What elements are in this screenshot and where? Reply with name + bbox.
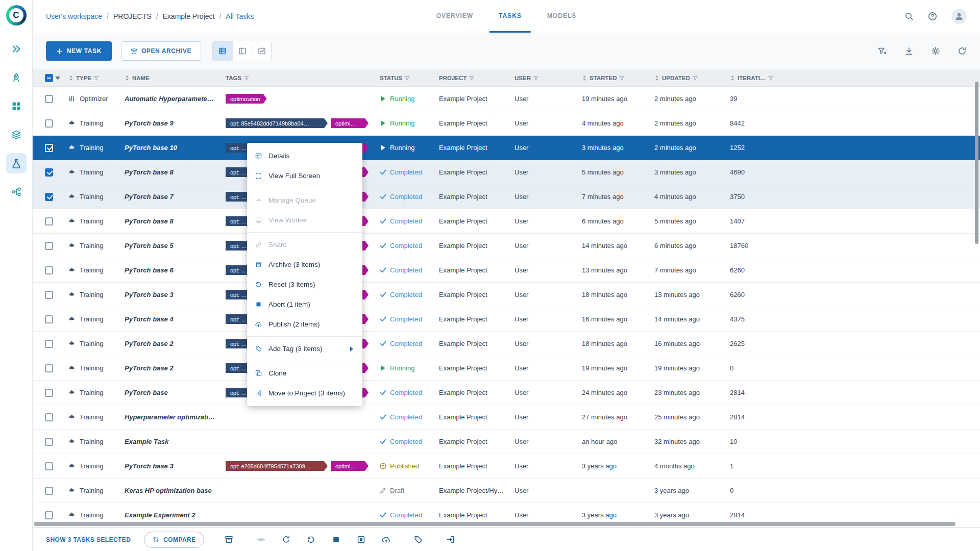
open-archive-button[interactable]: OPEN ARCHIVE bbox=[121, 41, 201, 61]
task-row[interactable]: TrainingExample TaskCompletedExample Pro… bbox=[33, 430, 980, 454]
settings-icon[interactable] bbox=[931, 46, 940, 56]
task-tag[interactable]: optimization bbox=[226, 94, 267, 104]
task-tag[interactable]: optimi… bbox=[331, 118, 369, 128]
row-checkbox[interactable] bbox=[45, 438, 53, 446]
row-checkbox[interactable] bbox=[45, 462, 53, 470]
compare-button[interactable]: COMPARE bbox=[144, 532, 204, 548]
tab-overview[interactable]: OVERVIEW bbox=[427, 0, 482, 33]
task-row[interactable]: TrainingHyperparameter optimizati…Comple… bbox=[33, 405, 980, 430]
column-header-project[interactable]: PROJECT bbox=[439, 75, 514, 81]
row-checkbox[interactable] bbox=[45, 193, 53, 201]
menu-item-publish-2-items[interactable]: Publish (2 items) bbox=[247, 314, 362, 334]
column-header-updated[interactable]: UPDATED bbox=[654, 75, 730, 81]
task-row[interactable]: TrainingPyTorch base 3opt: e205d684f7954… bbox=[33, 454, 980, 479]
row-checkbox[interactable] bbox=[45, 168, 53, 177]
abort-all-children-icon[interactable] bbox=[357, 535, 365, 544]
chart-view-button[interactable] bbox=[252, 41, 271, 61]
row-checkbox[interactable] bbox=[45, 511, 53, 519]
task-name[interactable]: Keras HP optimization base bbox=[125, 487, 212, 494]
row-checkbox[interactable] bbox=[45, 217, 53, 226]
task-name[interactable]: PyTorch base 10 bbox=[125, 144, 177, 152]
select-all-checkbox[interactable] bbox=[45, 74, 53, 82]
tab-tasks[interactable]: TASKS bbox=[489, 0, 531, 33]
task-row[interactable]: TrainingPyTorch base 2opt: …optimi…Compl… bbox=[33, 332, 980, 356]
task-tag[interactable]: opt: 85e5482ddd7149b8ba04… bbox=[226, 118, 328, 128]
task-row[interactable]: TrainingPyTorch base 2opt: …optimi…Runni… bbox=[33, 356, 980, 381]
column-header-name[interactable]: NAME bbox=[125, 75, 226, 81]
row-checkbox[interactable] bbox=[45, 291, 53, 299]
download-icon[interactable] bbox=[904, 46, 914, 56]
task-name[interactable]: PyTorch base 7 bbox=[125, 193, 174, 201]
row-checkbox[interactable] bbox=[45, 315, 53, 323]
sidebar-item-experiments[interactable] bbox=[6, 153, 27, 173]
menu-item-move-to-project-3-items[interactable]: Move to Project (3 items) bbox=[247, 383, 362, 403]
row-checkbox[interactable] bbox=[45, 389, 53, 397]
avatar[interactable] bbox=[951, 9, 967, 24]
show-selected-button[interactable]: SHOW 3 TASKS SELECTED bbox=[46, 536, 131, 543]
row-checkbox[interactable] bbox=[45, 364, 53, 372]
task-row[interactable]: TrainingPyTorch base 10opt: …optimi…Runn… bbox=[33, 136, 980, 160]
task-row[interactable]: TrainingPyTorch base 4opt: …optimi…Compl… bbox=[33, 307, 980, 332]
column-header-status[interactable]: STATUS bbox=[380, 75, 439, 81]
task-row[interactable]: OptimizerAutomatic Hyperparamete…optimiz… bbox=[33, 87, 980, 111]
task-row[interactable]: TrainingPyTorch base 5opt: …optimi…Compl… bbox=[33, 234, 980, 258]
menu-item-add-tag-3-items[interactable]: Add Tag (3 items) bbox=[247, 339, 362, 359]
column-header-iterati[interactable]: ITERATI… bbox=[730, 75, 980, 81]
abort-icon[interactable] bbox=[332, 535, 340, 544]
task-name[interactable]: PyTorch base 3 bbox=[125, 291, 174, 298]
menu-item-details[interactable]: Details bbox=[247, 146, 362, 166]
horizontal-scrollbar[interactable] bbox=[34, 522, 955, 526]
help-icon[interactable] bbox=[928, 12, 937, 21]
breadcrumb-item-all-tasks[interactable]: All Tasks bbox=[226, 12, 254, 20]
task-row[interactable]: TrainingPyTorch base 6opt: …optimi…Compl… bbox=[33, 258, 980, 283]
task-name[interactable]: PyTorch base 2 bbox=[125, 364, 174, 372]
archive-icon[interactable] bbox=[225, 535, 233, 544]
move-to-project-icon[interactable] bbox=[446, 535, 455, 544]
menu-item-abort-1-item[interactable]: Abort (1 item) bbox=[247, 294, 362, 314]
menu-item-view-full-screen[interactable]: View Full Screen bbox=[247, 166, 362, 186]
task-row[interactable]: TrainingPyTorch base 9opt: 85e5482ddd714… bbox=[33, 111, 980, 136]
row-checkbox[interactable] bbox=[45, 95, 53, 103]
task-row[interactable]: TrainingKeras HP optimization baseDraftE… bbox=[33, 479, 980, 503]
retry-icon[interactable] bbox=[282, 535, 290, 544]
menu-item-reset-3-items[interactable]: Reset (3 items) bbox=[247, 274, 362, 294]
selection-menu-caret-icon[interactable] bbox=[55, 76, 60, 81]
task-name[interactable]: Automatic Hyperparamete… bbox=[125, 95, 214, 103]
vertical-scrollbar[interactable] bbox=[975, 82, 978, 244]
task-tag[interactable]: optimi… bbox=[331, 461, 369, 471]
reset-icon[interactable] bbox=[307, 535, 315, 544]
menu-item-archive-3-items[interactable]: Archive (3 items) bbox=[247, 255, 362, 274]
row-checkbox[interactable] bbox=[45, 413, 53, 421]
task-name[interactable]: PyTorch base 5 bbox=[125, 242, 174, 249]
auto-refresh-icon[interactable] bbox=[958, 46, 967, 56]
menu-item-clone[interactable]: Clone bbox=[247, 363, 362, 383]
task-row[interactable]: TrainingPyTorch base 8opt: …optimi…Compl… bbox=[33, 160, 980, 185]
task-row[interactable]: TrainingPyTorch base 3opt: …optimi…Compl… bbox=[33, 283, 980, 307]
task-name[interactable]: PyTorch base 9 bbox=[125, 119, 174, 127]
clear-filters-icon[interactable] bbox=[878, 46, 887, 56]
row-checkbox[interactable] bbox=[45, 242, 53, 250]
breadcrumb-item-example-project[interactable]: Example Project bbox=[163, 12, 215, 20]
task-name[interactable]: PyTorch base 3 bbox=[125, 462, 174, 470]
sidebar-item-projects[interactable] bbox=[6, 96, 27, 116]
breadcrumb-item-projects[interactable]: PROJECTS bbox=[113, 12, 152, 20]
column-header-user[interactable]: USER bbox=[514, 75, 582, 81]
sidebar-item-dashboard[interactable] bbox=[6, 67, 27, 88]
sidebar-item-pipelines[interactable] bbox=[6, 182, 27, 202]
card-view-button[interactable] bbox=[232, 41, 252, 61]
tab-models[interactable]: MODELS bbox=[538, 0, 585, 33]
sidebar-item-datasets[interactable] bbox=[6, 124, 27, 145]
task-name[interactable]: PyTorch base 2 bbox=[125, 340, 174, 347]
task-row[interactable]: TrainingPyTorch base 7opt: …optimi…Compl… bbox=[33, 185, 980, 209]
publish-icon[interactable] bbox=[382, 535, 390, 544]
row-checkbox[interactable] bbox=[45, 119, 53, 128]
row-checkbox[interactable] bbox=[45, 340, 53, 348]
breadcrumb-item-user-s-workspace[interactable]: User's workspace bbox=[46, 12, 102, 20]
column-header-tags[interactable]: TAGS bbox=[226, 75, 380, 81]
new-task-button[interactable]: NEW TASK bbox=[46, 41, 112, 61]
row-checkbox[interactable] bbox=[45, 487, 53, 495]
task-tag[interactable]: opt: e205d684f7954571a7309… bbox=[226, 461, 328, 471]
task-name[interactable]: PyTorch base 8 bbox=[125, 168, 174, 176]
search-icon[interactable] bbox=[904, 12, 914, 21]
column-header-started[interactable]: STARTED bbox=[582, 75, 654, 81]
